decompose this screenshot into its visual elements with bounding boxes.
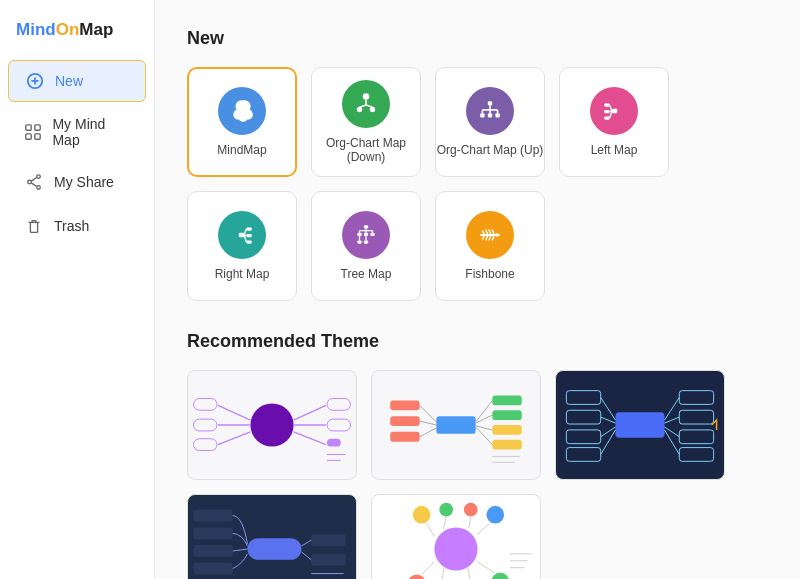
svg-line-139 (468, 568, 471, 579)
svg-rect-41 (357, 233, 361, 236)
map-card-org-chart-down-label: Org-Chart Map (Down) (312, 136, 420, 164)
theme-card-5[interactable] (371, 494, 541, 579)
map-card-mindmap-label: MindMap (217, 143, 266, 157)
map-cards-grid: MindMap Org-Chart Map (Down) (187, 67, 768, 301)
svg-point-14 (370, 107, 375, 112)
svg-line-74 (294, 432, 326, 445)
left-map-icon (590, 87, 638, 135)
right-map-icon (218, 211, 266, 259)
svg-rect-43 (370, 233, 374, 236)
recommended-section-title: Recommended Theme (187, 331, 768, 352)
map-card-tree-map[interactable]: Tree Map (311, 191, 421, 301)
svg-rect-75 (327, 439, 341, 447)
theme-card-2[interactable] (371, 370, 541, 480)
svg-rect-26 (612, 109, 617, 113)
svg-point-63 (250, 403, 293, 446)
org-down-icon (342, 80, 390, 128)
map-card-mindmap[interactable]: MindMap (187, 67, 297, 177)
svg-rect-21 (488, 113, 492, 117)
svg-rect-107 (679, 448, 713, 462)
svg-rect-19 (480, 113, 484, 117)
svg-line-137 (422, 562, 435, 575)
svg-rect-35 (246, 234, 251, 237)
svg-rect-112 (247, 538, 301, 560)
trash-icon (24, 216, 44, 236)
svg-line-11 (31, 183, 36, 187)
svg-line-138 (441, 568, 444, 579)
svg-rect-79 (390, 400, 419, 410)
svg-line-131 (469, 517, 471, 529)
svg-line-30 (610, 105, 612, 111)
org-up-icon (466, 87, 514, 135)
svg-rect-45 (364, 240, 368, 243)
svg-rect-69 (193, 439, 217, 451)
svg-rect-85 (492, 396, 521, 406)
svg-point-128 (486, 506, 504, 524)
svg-line-103 (601, 430, 616, 455)
svg-line-37 (244, 229, 246, 235)
svg-rect-40 (364, 225, 368, 228)
theme-card-3[interactable] (555, 370, 725, 480)
sidebar-item-trash-label: Trash (54, 218, 89, 234)
svg-line-111 (665, 430, 680, 455)
svg-rect-98 (566, 430, 600, 444)
svg-line-17 (366, 105, 373, 107)
svg-point-7 (37, 175, 41, 179)
svg-rect-71 (327, 398, 351, 410)
sidebar-item-my-share-label: My Share (54, 174, 114, 190)
tree-icon (342, 211, 390, 259)
plus-circle-icon (25, 71, 45, 91)
map-card-org-chart-down[interactable]: Org-Chart Map (Down) (311, 67, 421, 177)
svg-rect-33 (239, 233, 244, 237)
svg-rect-105 (679, 410, 713, 424)
map-card-left-map[interactable]: Left Map (559, 67, 669, 177)
svg-rect-34 (246, 227, 251, 230)
svg-point-133 (408, 575, 426, 579)
svg-line-119 (301, 540, 311, 546)
svg-rect-114 (193, 527, 232, 539)
sidebar-item-my-mind-map-label: My Mind Map (52, 116, 130, 148)
svg-line-110 (665, 427, 680, 437)
theme-card-4[interactable] (187, 494, 357, 579)
svg-rect-81 (390, 432, 419, 442)
brain-icon (218, 87, 266, 135)
map-card-fishbone[interactable]: Fishbone (435, 191, 545, 301)
sidebar-item-new[interactable]: New (8, 60, 146, 102)
svg-line-129 (427, 523, 435, 536)
svg-line-108 (665, 398, 680, 421)
svg-rect-27 (604, 103, 609, 106)
svg-line-16 (360, 105, 367, 107)
svg-line-64 (218, 405, 250, 420)
svg-point-12 (363, 93, 370, 100)
svg-point-13 (357, 107, 362, 112)
svg-point-9 (37, 186, 41, 190)
svg-line-109 (665, 417, 680, 423)
map-card-org-chart-up[interactable]: Org-Chart Map (Up) (435, 67, 545, 177)
sidebar-item-trash[interactable]: Trash (8, 206, 146, 246)
svg-line-120 (301, 552, 311, 560)
map-card-fishbone-label: Fishbone (465, 267, 514, 281)
svg-line-83 (420, 421, 437, 425)
map-card-left-map-label: Left Map (591, 143, 638, 157)
svg-line-130 (443, 517, 446, 530)
svg-rect-67 (193, 419, 217, 431)
svg-line-82 (420, 405, 437, 422)
map-card-right-map[interactable]: Right Map (187, 191, 297, 301)
svg-line-10 (31, 178, 36, 182)
map-card-right-map-label: Right Map (215, 267, 270, 281)
sidebar-item-my-mind-map[interactable]: My Mind Map (8, 106, 146, 158)
logo: MindOnMap (0, 10, 154, 58)
svg-rect-80 (390, 416, 419, 426)
svg-marker-62 (497, 233, 500, 237)
svg-line-102 (601, 427, 616, 437)
sidebar-item-my-share[interactable]: My Share (8, 162, 146, 202)
svg-rect-65 (193, 398, 217, 410)
svg-point-127 (464, 503, 478, 517)
map-card-org-chart-up-label: Org-Chart Map (Up) (437, 143, 544, 157)
svg-line-100 (601, 398, 616, 421)
svg-rect-78 (436, 416, 475, 434)
svg-rect-86 (492, 410, 521, 420)
svg-rect-95 (615, 412, 664, 438)
svg-rect-97 (566, 410, 600, 424)
theme-card-1[interactable] (187, 370, 357, 480)
